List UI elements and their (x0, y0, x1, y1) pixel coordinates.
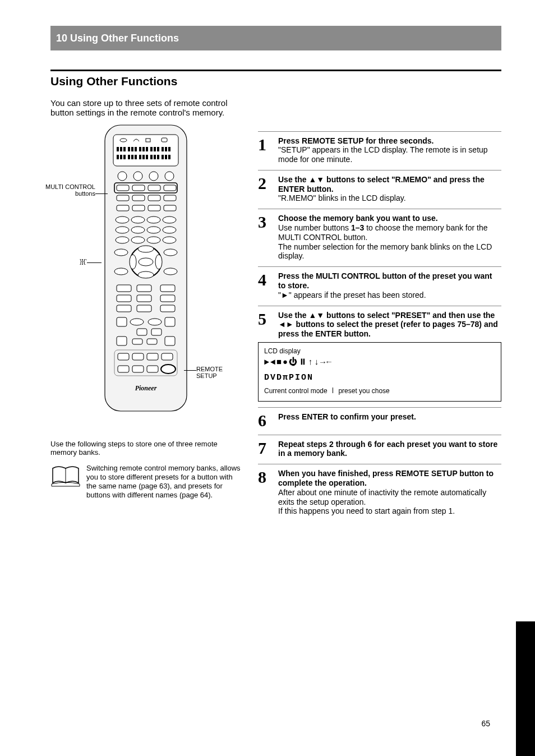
svg-point-56 (116, 227, 129, 233)
svg-rect-16 (157, 147, 159, 151)
svg-rect-83 (117, 317, 127, 326)
svg-point-85 (130, 319, 144, 325)
callout-arrows: }]{‘ (42, 258, 87, 265)
svg-rect-9 (131, 147, 133, 151)
svg-point-70 (138, 271, 154, 278)
svg-rect-82 (160, 305, 175, 312)
remote-diagram: Pioneer MULTI CONTROL buttons }]{‘ REMOT… (50, 125, 241, 412)
svg-rect-49 (132, 205, 145, 211)
svg-rect-10 (135, 147, 137, 151)
svg-rect-24 (131, 155, 133, 159)
svg-rect-51 (164, 205, 176, 211)
svg-point-57 (131, 227, 145, 233)
section-title: Using Other Functions (50, 75, 501, 88)
svg-rect-8 (128, 147, 130, 151)
remote-svg: Pioneer (104, 125, 187, 412)
svg-rect-46 (148, 195, 160, 201)
section-divider (50, 70, 501, 71)
svg-point-59 (163, 227, 176, 233)
svg-point-64 (114, 249, 128, 256)
svg-point-60 (116, 237, 129, 243)
svg-rect-48 (117, 205, 129, 211)
svg-rect-31 (157, 155, 159, 159)
svg-rect-95 (132, 353, 144, 360)
step-6: 6 Press ENTER to confirm your preset. (258, 412, 501, 429)
step-2: 2 Use the ▲▼ buttons to select "R.MEMO" … (258, 175, 501, 203)
svg-point-66 (114, 268, 128, 275)
intro-paragraph: You can store up to three sets of remote… (50, 98, 236, 118)
svg-point-73 (139, 258, 153, 266)
svg-rect-30 (154, 155, 156, 159)
svg-point-37 (149, 172, 158, 181)
svg-rect-29 (150, 155, 153, 159)
book-note: Switching remote control memory banks, a… (86, 464, 241, 500)
svg-rect-44 (117, 195, 129, 201)
svg-rect-80 (117, 305, 131, 312)
step-5: 5 Use the ▲▼ buttons to select "PRESET" … (258, 311, 501, 339)
step-8: 8 When you have finished, press REMOTE S… (258, 469, 501, 516)
svg-rect-88 (151, 329, 162, 335)
svg-point-62 (147, 237, 160, 243)
svg-rect-99 (132, 366, 144, 372)
svg-point-35 (118, 172, 127, 181)
svg-point-69 (138, 246, 154, 252)
step-3: 3 Choose the memory bank you want to use… (258, 214, 501, 261)
svg-rect-19 (168, 147, 170, 151)
svg-rect-27 (142, 155, 145, 159)
svg-rect-78 (137, 295, 151, 302)
svg-rect-84 (165, 317, 175, 326)
step-1: 1 Press REMOTE SETUP for three seconds. … (258, 136, 501, 164)
svg-rect-96 (147, 353, 158, 360)
svg-rect-6 (120, 147, 122, 151)
svg-rect-28 (146, 155, 148, 159)
svg-rect-42 (148, 185, 160, 191)
svg-point-36 (133, 172, 142, 181)
svg-point-72 (155, 255, 162, 269)
svg-text:Pioneer: Pioneer (135, 384, 157, 392)
svg-rect-5 (117, 147, 119, 151)
callout-multicontrol: MULTI CONTROL buttons (39, 183, 95, 197)
svg-point-61 (131, 237, 145, 243)
svg-point-67 (164, 268, 177, 275)
svg-rect-98 (118, 366, 129, 372)
svg-rect-77 (117, 295, 131, 302)
svg-rect-23 (128, 155, 130, 159)
svg-rect-11 (139, 147, 141, 151)
svg-point-86 (148, 319, 162, 325)
svg-rect-90 (165, 336, 175, 345)
svg-rect-13 (146, 147, 148, 151)
svg-rect-17 (162, 147, 164, 151)
svg-point-101 (161, 365, 176, 374)
callout-remote-setup: REMOTE SETUP (196, 366, 241, 379)
svg-point-58 (147, 227, 160, 233)
chapter-title: 10 Using Other Functions (56, 33, 179, 44)
svg-rect-32 (162, 155, 164, 159)
svg-rect-15 (154, 147, 156, 151)
step-4: 4 Press the MULTI CONTROL button of the … (258, 271, 501, 299)
svg-rect-33 (165, 155, 167, 159)
svg-point-54 (147, 216, 160, 223)
svg-rect-94 (118, 353, 129, 360)
svg-point-52 (116, 216, 129, 223)
svg-point-63 (163, 237, 176, 243)
svg-rect-87 (137, 329, 147, 335)
book-icon (50, 464, 81, 490)
lcd-display-box: LCD display ►◄■●⏻⏸↑↓→← DVDπPION Current … (258, 342, 501, 402)
svg-point-55 (163, 216, 176, 223)
svg-point-53 (131, 216, 145, 223)
svg-rect-26 (139, 155, 141, 159)
chapter-header: 10 Using Other Functions (50, 26, 501, 50)
svg-rect-41 (132, 185, 145, 191)
svg-rect-75 (137, 285, 151, 292)
svg-rect-12 (142, 147, 145, 151)
svg-rect-22 (123, 155, 126, 159)
svg-rect-74 (117, 285, 131, 292)
svg-rect-25 (135, 155, 137, 159)
svg-rect-18 (165, 147, 167, 151)
svg-rect-89 (117, 336, 127, 345)
svg-rect-92 (147, 339, 157, 344)
step-7: 7 Repeat steps 2 through 6 for each pres… (258, 440, 501, 459)
svg-rect-91 (132, 339, 142, 344)
svg-rect-97 (162, 353, 173, 360)
svg-rect-7 (123, 147, 126, 151)
